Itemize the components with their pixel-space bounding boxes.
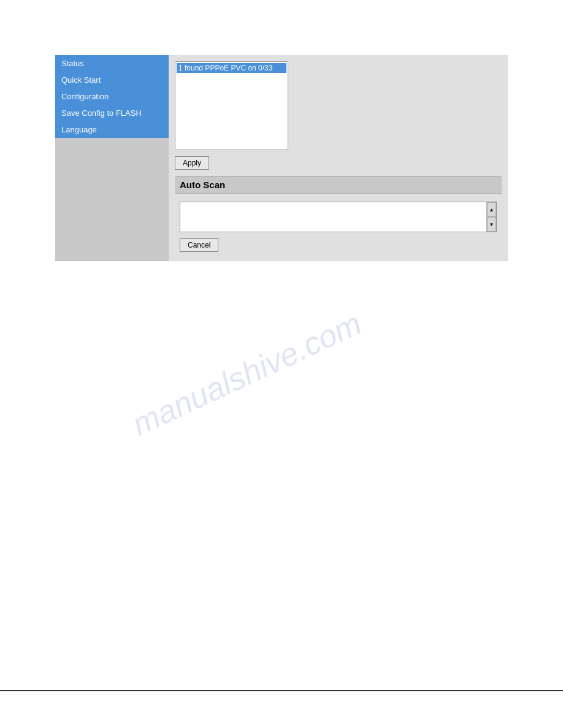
auto-scan-title: Auto Scan (180, 180, 225, 190)
sidebar-bottom (55, 138, 169, 260)
page-wrapper: Status Quick Start Configuration Save Co… (0, 0, 563, 728)
sidebar-item-saveconfig[interactable]: Save Config to FLASH (55, 105, 169, 121)
sidebar-label-configuration: Configuration (61, 92, 109, 101)
apply-button[interactable]: Apply (175, 156, 209, 170)
pvc-listbox[interactable]: 1 found PPPoE PVC on 0/33 (175, 61, 288, 150)
sidebar: Status Quick Start Configuration Save Co… (55, 55, 169, 261)
sidebar-label-language: Language (61, 125, 97, 134)
auto-scan-section: Auto Scan ▲ ▼ Cancel (175, 176, 502, 255)
auto-scan-content: ▲ ▼ Cancel (175, 199, 502, 255)
scroll-up-button[interactable]: ▲ (487, 202, 496, 217)
auto-scan-textarea[interactable] (180, 202, 486, 232)
scroll-down-button[interactable]: ▼ (487, 217, 496, 232)
page-container: Status Quick Start Configuration Save Co… (0, 0, 563, 728)
sidebar-label-status: Status (61, 59, 84, 68)
apply-button-wrapper: Apply (175, 156, 502, 176)
listbox-container: 1 found PPPoE PVC on 0/33 (175, 61, 502, 150)
right-panel: 1 found PPPoE PVC on 0/33 Apply Auto Sca… (169, 55, 508, 261)
auto-scan-header: Auto Scan (175, 176, 502, 194)
listbox-item[interactable]: 1 found PPPoE PVC on 0/33 (177, 63, 286, 73)
sidebar-label-quickstart: Quick Start (61, 75, 101, 85)
cancel-button[interactable]: Cancel (180, 238, 218, 252)
sidebar-label-saveconfig: Save Config to FLASH (61, 108, 142, 118)
sidebar-item-configuration[interactable]: Configuration (55, 88, 169, 105)
sidebar-item-language[interactable]: Language (55, 121, 169, 138)
scrollbar-buttons: ▲ ▼ (486, 202, 496, 232)
auto-scan-textarea-wrapper: ▲ ▼ (180, 202, 497, 232)
main-content: Status Quick Start Configuration Save Co… (55, 55, 508, 261)
bottom-border (0, 690, 563, 691)
sidebar-item-status[interactable]: Status (55, 55, 169, 72)
sidebar-item-quickstart[interactable]: Quick Start (55, 72, 169, 88)
